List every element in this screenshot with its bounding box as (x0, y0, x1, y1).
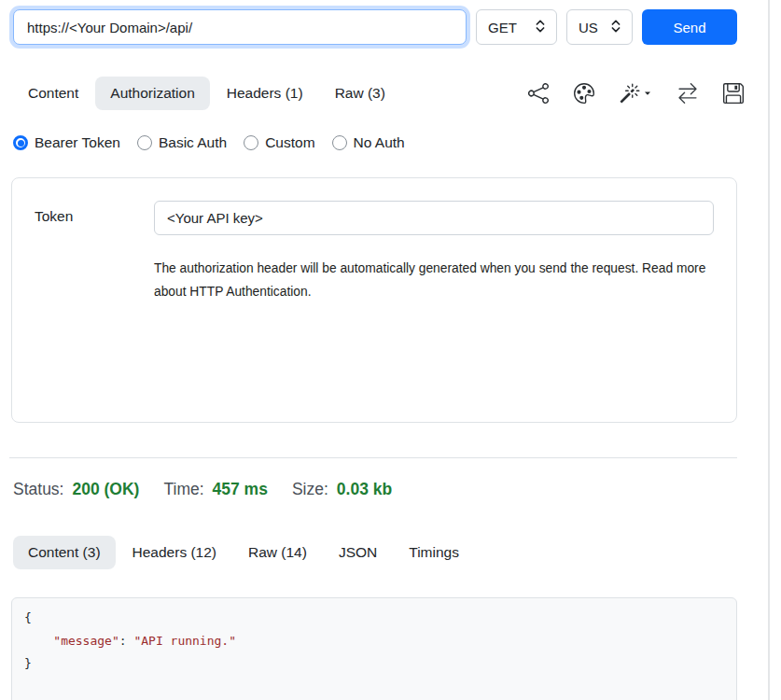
status-label: Status: (13, 480, 63, 499)
response-body-viewer: { "message": "API running." } (11, 597, 737, 700)
swap-arrows-icon (677, 83, 698, 104)
swap-requests-button[interactable] (677, 83, 698, 104)
radio-custom[interactable]: Custom (244, 134, 314, 151)
tab-headers[interactable]: Headers (1) (212, 77, 318, 110)
status-code: Status: 200 (OK) (13, 480, 139, 499)
tab-response-content[interactable]: Content (3) (13, 536, 116, 569)
updown-arrows-icon (611, 19, 621, 36)
color-palette-icon (574, 83, 594, 104)
share-button[interactable] (528, 83, 549, 104)
save-button[interactable] (723, 83, 744, 104)
radio-unselected-icon (244, 135, 258, 150)
radio-selected-icon (13, 135, 28, 150)
toolbar-icons (528, 83, 744, 104)
radio-bearer-token[interactable]: Bearer Token (13, 134, 120, 151)
request-tabs: Content Authorization Headers (1) Raw (3… (13, 77, 400, 110)
updown-arrows-icon (536, 19, 545, 36)
share-nodes-icon (528, 83, 549, 104)
code-line: "message": "API running." (24, 630, 724, 653)
auth-type-options: Bearer Token Basic Auth Custom No Auth (13, 134, 768, 151)
radio-basic-auth[interactable]: Basic Auth (137, 134, 227, 151)
size-value: 0.03 kb (337, 480, 392, 499)
region-select-value: US (579, 20, 598, 35)
response-tabs: Content (3) Headers (12) Raw (14) JSON T… (13, 536, 744, 569)
code-line: { (24, 607, 724, 630)
api-tester-page: GET US Send Content Authorization Header… (0, 0, 781, 700)
token-input[interactable] (154, 201, 714, 235)
radio-label: Custom (265, 134, 314, 151)
tab-raw[interactable]: Raw (3) (320, 77, 400, 110)
magic-menu-button[interactable] (620, 83, 652, 104)
time-label: Time: (163, 480, 203, 499)
token-label: Token (35, 201, 154, 303)
method-select[interactable]: GET (476, 9, 557, 45)
radio-unselected-icon (332, 135, 347, 150)
radio-unselected-icon (137, 135, 152, 150)
code-line: } (24, 652, 724, 676)
request-tabs-row: Content Authorization Headers (1) Raw (3… (13, 77, 744, 110)
save-floppy-icon (723, 83, 744, 104)
radio-label: Basic Auth (159, 134, 227, 151)
response-status-row: Status: 200 (OK) Time: 457 ms Size: 0.03… (13, 480, 781, 499)
status-value: 200 (OK) (72, 480, 139, 499)
status-size: Size: 0.03 kb (292, 480, 392, 499)
request-bar: GET US Send (0, 0, 781, 45)
tab-response-raw[interactable]: Raw (14) (233, 536, 322, 569)
tab-content[interactable]: Content (13, 77, 93, 110)
send-button[interactable]: Send (642, 9, 737, 45)
status-time: Time: 457 ms (163, 480, 267, 499)
time-value: 457 ms (213, 480, 268, 499)
tab-response-json[interactable]: JSON (324, 536, 392, 569)
tab-authorization[interactable]: Authorization (95, 77, 209, 110)
size-label: Size: (292, 480, 328, 499)
token-form-row: Token The authorization header will be a… (35, 201, 714, 303)
caret-down-icon (643, 89, 652, 98)
radio-no-auth[interactable]: No Auth (332, 134, 405, 151)
radio-label: Bearer Token (35, 134, 120, 151)
bearer-token-panel: Token The authorization header will be a… (11, 177, 737, 423)
request-response-divider (9, 457, 737, 458)
radio-label: No Auth (354, 134, 405, 151)
json-string-value: "API running." (133, 634, 236, 648)
tab-response-timings[interactable]: Timings (394, 536, 474, 569)
magic-wand-icon (620, 83, 640, 104)
method-select-value: GET (488, 20, 517, 35)
theme-button[interactable] (574, 83, 594, 104)
right-edge-divider (768, 0, 770, 700)
url-input[interactable] (13, 9, 467, 45)
json-key: "message" (53, 634, 119, 648)
tab-response-headers[interactable]: Headers (12) (118, 536, 231, 569)
region-select[interactable]: US (566, 9, 633, 45)
token-help-text: The authorization header will be automat… (154, 257, 710, 303)
